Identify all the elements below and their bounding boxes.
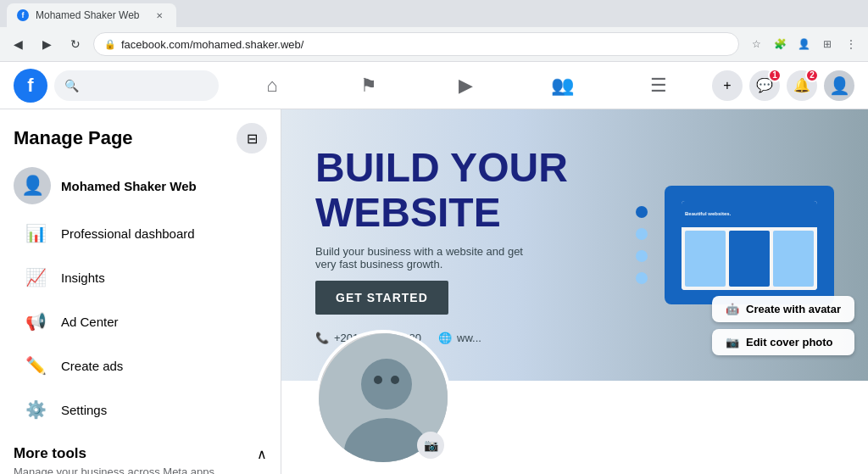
sidebar-item-ad-center[interactable]: 📢 Ad Center bbox=[7, 299, 274, 343]
browser-chrome: f Mohamed Shaker Web ✕ ◀ ▶ ↻ 🔒 facebook.… bbox=[0, 0, 868, 62]
create-avatar-label: Create with avatar bbox=[746, 303, 841, 315]
sidebar: Manage Page ⊟ 👤 Mohamed Shaker Web 📊 Pro… bbox=[0, 109, 281, 474]
browser-tab[interactable]: f Mohamed Shaker Web ✕ bbox=[7, 3, 176, 27]
more-tools-header: More tools ∧ bbox=[0, 432, 281, 466]
browser-address-bar: ◀ ▶ ↻ 🔒 facebook.com/mohamed.shaker.web/… bbox=[0, 27, 868, 61]
profile-section: 📷 Mohamed Shaker Web 4.5K likes • 4.5K f… bbox=[281, 381, 868, 474]
messenger-button[interactable]: 💬 1 bbox=[749, 70, 780, 101]
cover-right: Beautiful websites. bbox=[636, 186, 834, 304]
dot-4 bbox=[636, 272, 648, 284]
tab-grid-icon[interactable]: ⊞ bbox=[817, 34, 837, 54]
tab-favicon: f bbox=[17, 9, 29, 21]
nav-menu[interactable]: ☰ bbox=[612, 65, 705, 106]
sidebar-collapse-button[interactable]: ⊟ bbox=[236, 123, 267, 153]
sidebar-header: Manage Page ⊟ bbox=[0, 116, 281, 160]
extensions-icon[interactable]: 🧩 bbox=[770, 34, 790, 54]
nav-video[interactable]: ▶ bbox=[419, 65, 512, 106]
main-nav: ⌂ ⚑ ▶ 👥 ☰ bbox=[225, 65, 705, 106]
url-text: facebook.com/mohamed.shaker.web/ bbox=[121, 38, 728, 51]
nav-flag[interactable]: ⚑ bbox=[322, 65, 415, 106]
insights-icon: 📈 bbox=[20, 262, 51, 293]
dashboard-icon: 📊 bbox=[20, 218, 51, 248]
facebook-app: f 🔍 ⌂ ⚑ ▶ 👥 ☰ + 💬 1 🔔 2 👤 bbox=[0, 62, 868, 474]
camera-icon: 📷 bbox=[726, 336, 739, 349]
svg-point-1 bbox=[361, 359, 412, 410]
svg-point-4 bbox=[391, 376, 399, 384]
menu-label-settings: Settings bbox=[61, 403, 107, 417]
content-area: BUILD YOUR WEBSITE Build your business w… bbox=[281, 109, 868, 474]
more-browser-btn[interactable]: ⋮ bbox=[841, 34, 861, 54]
lock-icon: 🔒 bbox=[104, 39, 116, 50]
bookmark-icon[interactable]: ☆ bbox=[746, 34, 766, 54]
messenger-badge: 1 bbox=[768, 69, 782, 82]
create-avatar-button[interactable]: 🤖 Create with avatar bbox=[712, 296, 854, 322]
page-name: Mohamed Shaker Web bbox=[61, 179, 197, 193]
dot-2 bbox=[636, 228, 648, 240]
profile-camera-button[interactable]: 📷 bbox=[417, 432, 444, 459]
notifications-button[interactable]: 🔔 2 bbox=[787, 70, 817, 101]
edit-cover-button[interactable]: 📷 Edit cover photo bbox=[712, 329, 854, 355]
plus-button[interactable]: + bbox=[712, 70, 743, 101]
fb-logo[interactable]: f bbox=[14, 69, 47, 103]
more-tools-desc: Manage your business across Meta apps bbox=[0, 466, 281, 474]
avatar-icon: 🤖 bbox=[726, 303, 739, 315]
cover-subtext: Build your business with a website and g… bbox=[315, 245, 536, 270]
sidebar-item-create-ads[interactable]: ✏️ Create ads bbox=[7, 343, 274, 388]
device-screen: Beautiful websites. bbox=[682, 201, 817, 290]
fb-header: f 🔍 ⌂ ⚑ ▶ 👥 ☰ + 💬 1 🔔 2 👤 bbox=[0, 62, 868, 109]
more-tools-title: More tools bbox=[14, 445, 86, 462]
sidebar-item-professional-dashboard[interactable]: 📊 Professional dashboard bbox=[7, 211, 274, 255]
menu-label-ad-center: Ad Center bbox=[61, 315, 119, 329]
nav-people[interactable]: 👥 bbox=[515, 65, 609, 106]
page-avatar: 👤 bbox=[14, 167, 51, 204]
device-mockup: Beautiful websites. bbox=[665, 186, 834, 304]
cover-headline-line1: BUILD YOUR bbox=[315, 146, 568, 191]
nav-home[interactable]: ⌂ bbox=[225, 65, 319, 106]
browser-tab-bar: f Mohamed Shaker Web ✕ bbox=[0, 0, 868, 27]
sidebar-item-settings[interactable]: ⚙️ Settings bbox=[7, 388, 274, 432]
device-col-3 bbox=[773, 231, 814, 287]
device-header: Beautiful websites. bbox=[682, 201, 817, 228]
device-col-2 bbox=[729, 231, 770, 287]
main-layout: Manage Page ⊟ 👤 Mohamed Shaker Web 📊 Pro… bbox=[0, 109, 868, 474]
browser-action-buttons: ☆ 🧩 👤 ⊞ ⋮ bbox=[746, 34, 861, 54]
edit-cover-label: Edit cover photo bbox=[746, 336, 833, 349]
sidebar-page-item[interactable]: 👤 Mohamed Shaker Web bbox=[0, 160, 281, 211]
menu-label-create-ads: Create ads bbox=[61, 359, 123, 373]
sidebar-item-insights[interactable]: 📈 Insights bbox=[7, 255, 274, 299]
cover-headline-line2: WEBSITE bbox=[315, 191, 568, 236]
get-started-button[interactable]: GET STARTED bbox=[315, 281, 448, 315]
cover-action-buttons: 🤖 Create with avatar 📷 Edit cover photo bbox=[712, 296, 854, 355]
dot-1 bbox=[636, 206, 648, 218]
cover-dots bbox=[636, 206, 648, 284]
create-ads-icon: ✏️ bbox=[20, 350, 51, 381]
reload-button[interactable]: ↻ bbox=[64, 33, 86, 55]
website-url: ww... bbox=[457, 332, 481, 344]
ad-center-icon: 📢 bbox=[20, 306, 51, 337]
cover-headline: BUILD YOUR WEBSITE bbox=[315, 146, 568, 236]
more-tools-toggle[interactable]: ∧ bbox=[257, 446, 267, 462]
sidebar-title: Manage Page bbox=[14, 127, 133, 149]
device-body bbox=[682, 227, 817, 290]
notifications-badge: 2 bbox=[805, 69, 819, 82]
profile-browser-icon[interactable]: 👤 bbox=[793, 34, 814, 54]
forward-button[interactable]: ▶ bbox=[36, 33, 58, 55]
settings-icon: ⚙️ bbox=[20, 394, 51, 425]
cover-text: BUILD YOUR WEBSITE Build your business w… bbox=[315, 146, 568, 345]
header-actions: + 💬 1 🔔 2 👤 bbox=[712, 70, 854, 101]
search-box[interactable]: 🔍 bbox=[54, 70, 219, 101]
user-avatar-button[interactable]: 👤 bbox=[824, 70, 854, 101]
search-icon: 🔍 bbox=[64, 79, 79, 92]
profile-avatar-area: 📷 bbox=[315, 330, 451, 466]
dot-3 bbox=[636, 250, 648, 262]
url-bar[interactable]: 🔒 facebook.com/mohamed.shaker.web/ bbox=[93, 32, 739, 56]
menu-label-insights: Insights bbox=[61, 270, 105, 285]
device-header-text: Beautiful websites. bbox=[685, 211, 731, 216]
svg-point-3 bbox=[374, 376, 382, 384]
menu-label-dashboard: Professional dashboard bbox=[61, 226, 195, 241]
back-button[interactable]: ◀ bbox=[7, 33, 29, 55]
close-tab-button[interactable]: ✕ bbox=[153, 8, 166, 22]
tab-title: Mohamed Shaker Web bbox=[36, 9, 140, 21]
device-col-1 bbox=[685, 231, 726, 287]
